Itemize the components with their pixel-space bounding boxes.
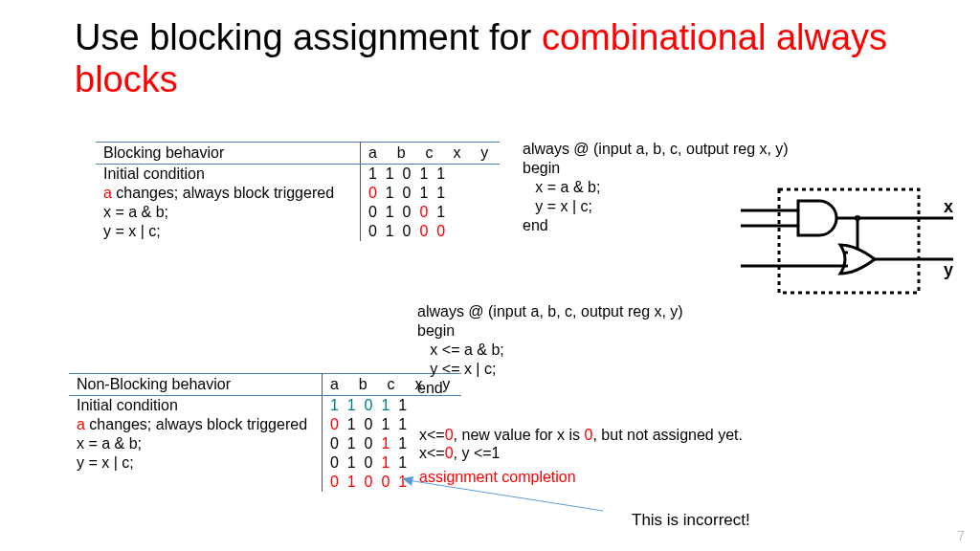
blocking-row-vals: 0 1 0 0 1 [361, 203, 501, 222]
nonblocking-row-desc: Initial condition [69, 396, 323, 416]
arrow-icon [402, 476, 612, 515]
nonblocking-row: y = x | c;0 1 0 1 1 [69, 453, 461, 473]
note-x-new-value: x<=0, new value for x is 0, but not assi… [419, 427, 743, 444]
incorrect-label: This is incorrect! [632, 511, 750, 530]
blocking-row: Initial condition1 1 0 1 1 [96, 165, 500, 185]
nonblocking-row-desc [69, 473, 323, 492]
nonblocking-row-desc: a changes; always block triggered [69, 415, 323, 434]
nonblocking-row: Initial condition1 1 0 1 1 [69, 396, 461, 416]
table2-header-desc: Non-Blocking behavior [69, 374, 323, 396]
blocking-table: Blocking behavior a b c x y Initial cond… [96, 142, 500, 241]
blocking-row: x = a & b;0 1 0 0 1 [96, 203, 500, 222]
circuit-label-x: x [944, 197, 953, 216]
svg-line-0 [408, 480, 603, 511]
blocking-row-desc: y = x | c; [96, 222, 361, 241]
nonblocking-row-desc: y = x | c; [69, 453, 323, 473]
blocking-row: a changes; always block triggered0 1 0 1… [96, 184, 500, 203]
nonblocking-table: Non-Blocking behavior a b c x y Initial … [69, 373, 461, 492]
nonblocking-row-vals: 1 1 0 1 1 [323, 396, 462, 416]
blocking-row-desc: a changes; always block triggered [96, 184, 361, 203]
nonblocking-row: a changes; always block triggered0 1 0 1… [69, 415, 461, 434]
slide-title: Use blocking assignment for combinationa… [75, 17, 980, 100]
blocking-row-vals: 0 1 0 0 0 [361, 222, 501, 241]
blocking-row-vals: 1 1 0 1 1 [361, 165, 501, 185]
logic-circuit-diagram: a b c x y [741, 184, 955, 298]
circuit-label-y: y [944, 260, 953, 279]
note-x-y: x<=0, y <=1 [419, 445, 501, 462]
table1-header-cols: a b c x y [361, 143, 501, 165]
nonblocking-row: x = a & b;0 1 0 1 1 [69, 434, 461, 453]
blocking-row-vals: 0 1 0 1 1 [361, 184, 501, 203]
table1-header-desc: Blocking behavior [96, 143, 361, 165]
code-nonblocking: always @ (input a, b, c, output reg x, y… [417, 302, 683, 398]
blocking-row: y = x | c;0 1 0 0 0 [96, 222, 500, 241]
nonblocking-row-desc: x = a & b; [69, 434, 323, 453]
svg-marker-1 [402, 476, 413, 486]
page-number: 7 [957, 528, 965, 543]
blocking-row-desc: x = a & b; [96, 203, 361, 222]
title-black: Use blocking assignment for [75, 17, 542, 57]
blocking-row-desc: Initial condition [96, 165, 361, 185]
